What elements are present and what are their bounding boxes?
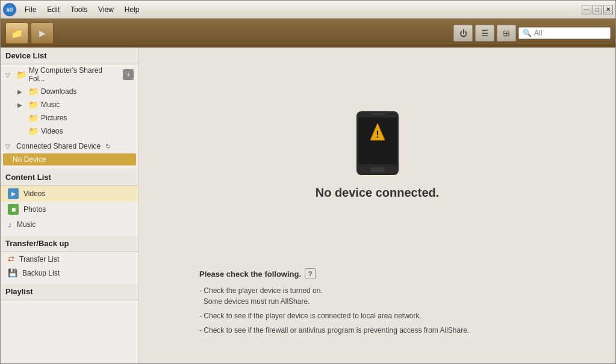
music-label: Music xyxy=(41,100,60,109)
photos-content-icon: ◼ xyxy=(8,204,19,215)
videos-folder-icon: 📁 xyxy=(28,126,39,136)
close-button[interactable]: ✕ xyxy=(603,5,613,14)
check-item-3: - Check to see if the firewall or antivi… xyxy=(199,325,500,336)
list-view-button[interactable]: ☰ xyxy=(475,25,494,42)
refresh-icon: ↻ xyxy=(105,143,111,150)
menu-edit[interactable]: Edit xyxy=(42,4,64,15)
svg-rect-4 xyxy=(370,167,385,172)
expand-icon: ▽ xyxy=(5,72,14,78)
transfer-header: Transfer/Back up xyxy=(1,235,138,252)
grid-icon: ⊞ xyxy=(503,28,510,38)
content-photos-label: Photos xyxy=(23,205,46,214)
minimize-button[interactable]: — xyxy=(582,5,591,14)
music-item[interactable]: ▶ 📁 Music xyxy=(1,98,138,111)
content-videos-item[interactable]: ▶ Videos xyxy=(1,186,138,202)
backup-list-icon: 💾 xyxy=(8,268,17,277)
menu-view[interactable]: View xyxy=(93,4,119,15)
videos-item[interactable]: ▶ 📁 Videos xyxy=(1,125,138,138)
toolbar-right: ⏻ ☰ ⊞ 🔍 xyxy=(453,25,611,42)
device-display: ! No device connected. xyxy=(151,60,603,268)
svg-text:!: ! xyxy=(376,129,379,140)
connected-shared-device-section[interactable]: ▽ Connected Shared Device ↻ xyxy=(1,140,138,152)
titlebar-left: a!! File Edit Tools View Help xyxy=(3,3,145,16)
videos-content-icon: ▶ xyxy=(8,188,19,199)
toolbar: 📁 ▶ ⏻ ☰ ⊞ 🔍 xyxy=(1,19,615,48)
power-button[interactable]: ⏻ xyxy=(453,25,473,42)
check-header-text: Please check the following. xyxy=(199,270,301,279)
downloads-item[interactable]: ▶ 📁 Downloads xyxy=(1,85,138,98)
transfer-list-item[interactable]: ⇄ Transfer List xyxy=(1,252,138,266)
device-list-header: Device List xyxy=(1,48,138,64)
main-area: ! No device connected. Please check the … xyxy=(139,48,615,363)
transfer-list-label: Transfer List xyxy=(19,255,59,264)
downloads-folder-icon: 📁 xyxy=(28,87,39,96)
my-computer-item[interactable]: ▽ 📁 My Computer's Shared Fol... + xyxy=(1,64,138,85)
check-item-2: - Check to see if the player device is c… xyxy=(199,310,500,321)
main-wrapper: ! No device connected. Please check the … xyxy=(151,60,603,351)
app-logo: a!! xyxy=(3,3,16,16)
sidebar-scroll[interactable]: Device List ▽ 📁 My Computer's Shared Fol… xyxy=(1,48,138,363)
pictures-folder-icon: 📁 xyxy=(28,113,39,123)
menu-help[interactable]: Help xyxy=(120,4,145,15)
videos-label: Videos xyxy=(41,127,63,135)
content-list-header: Content List xyxy=(1,169,138,186)
grid-view-button[interactable]: ⊞ xyxy=(497,25,516,42)
window-controls: — □ ✕ xyxy=(582,5,613,14)
pictures-item[interactable]: ▶ 📁 Pictures xyxy=(1,111,138,125)
content-music-item[interactable]: ♪ Music xyxy=(1,217,138,232)
computer-folder-icon: 📁 xyxy=(16,70,26,79)
music-folder-icon: 📁 xyxy=(28,100,39,110)
info-section: Please check the following. ? - Check th… xyxy=(151,268,603,351)
menu-file[interactable]: File xyxy=(20,4,41,15)
menu-bar: File Edit Tools View Help xyxy=(20,4,145,15)
app-window: a!! File Edit Tools View Help — □ ✕ 📁 ▶ xyxy=(0,0,616,364)
help-badge[interactable]: ? xyxy=(305,268,316,279)
add-folder-button[interactable]: + xyxy=(123,69,134,80)
transfer-list-icon: ⇄ xyxy=(8,254,14,264)
main-container: Device List ▽ 📁 My Computer's Shared Fol… xyxy=(1,48,615,363)
pictures-label: Pictures xyxy=(41,114,67,122)
sidebar: Device List ▽ 📁 My Computer's Shared Fol… xyxy=(1,48,139,363)
no-device-item[interactable]: No Device xyxy=(3,153,136,165)
content-photos-item[interactable]: ◼ Photos xyxy=(1,202,138,217)
search-box: 🔍 xyxy=(518,27,611,39)
no-device-text: No device connected. xyxy=(316,186,440,200)
expand-arrow: ▶ xyxy=(17,102,26,108)
backup-list-label: Backup List xyxy=(22,269,60,277)
search-icon: 🔍 xyxy=(523,29,532,37)
play-button[interactable]: ▶ xyxy=(31,22,54,44)
playlist-header: Playlist xyxy=(1,283,138,300)
menu-tools[interactable]: Tools xyxy=(66,4,92,15)
expand-icon: ▽ xyxy=(5,143,14,150)
content-videos-label: Videos xyxy=(23,190,45,198)
expand-arrow: ▶ xyxy=(17,88,26,95)
downloads-label: Downloads xyxy=(41,87,76,96)
content-music-label: Music xyxy=(17,220,36,229)
backup-list-item[interactable]: 💾 Backup List xyxy=(1,266,138,280)
check-header: Please check the following. ? xyxy=(199,268,500,279)
svg-rect-5 xyxy=(370,113,385,115)
folder-button[interactable]: 📁 xyxy=(5,22,28,44)
check-section: Please check the following. ? - Check th… xyxy=(199,268,500,336)
list-icon: ☰ xyxy=(481,28,489,38)
folder-icon: 📁 xyxy=(11,28,23,39)
power-icon: ⏻ xyxy=(459,29,467,38)
music-content-icon: ♪ xyxy=(8,220,12,229)
check-item-1: - Check the player device is turned on. … xyxy=(199,285,500,307)
phone-illustration: ! xyxy=(353,110,402,176)
search-input[interactable] xyxy=(534,29,606,37)
my-computer-label: My Computer's Shared Fol... xyxy=(29,66,119,83)
connected-shared-device-label: Connected Shared Device xyxy=(16,142,101,150)
play-icon: ▶ xyxy=(39,28,46,38)
titlebar: a!! File Edit Tools View Help — □ ✕ xyxy=(1,1,615,19)
no-device-label: No Device xyxy=(13,155,46,164)
maximize-button[interactable]: □ xyxy=(593,5,602,14)
